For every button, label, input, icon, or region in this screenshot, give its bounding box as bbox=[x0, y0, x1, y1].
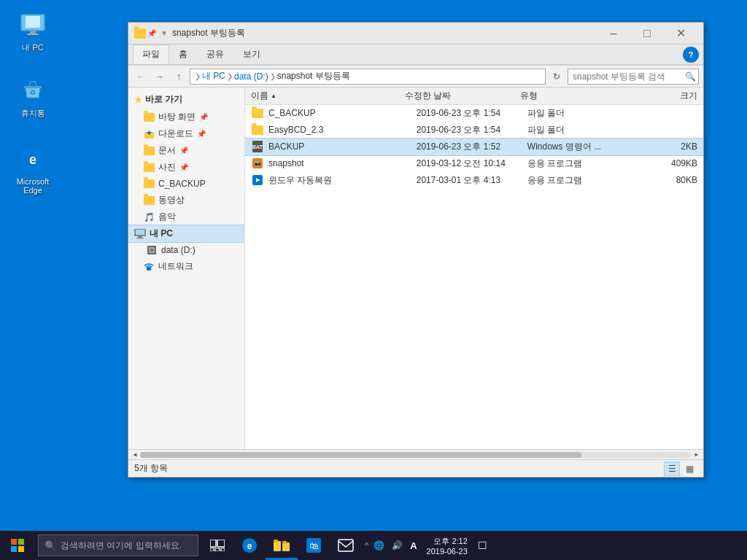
svg-rect-4 bbox=[24, 86, 42, 88]
sidebar-item-desktop[interactable]: 바탕 화면 📌 bbox=[128, 109, 244, 125]
file-row-3[interactable]: 📷 snapshot 2019-03-12 오전 10:14 응용 프로그램 4… bbox=[245, 155, 703, 172]
breadcrumb[interactable]: ❯ 내 PC ❯ data (D:) ❯ snapshot 부팅등록 bbox=[190, 69, 546, 85]
nav-forward-button[interactable]: → bbox=[152, 69, 168, 85]
tab-view[interactable]: 보기 bbox=[233, 44, 270, 64]
refresh-button[interactable]: ↻ bbox=[549, 69, 565, 85]
pin-icon-photos: 📌 bbox=[179, 163, 188, 171]
folder-icon bbox=[143, 112, 155, 123]
svg-text:♻: ♻ bbox=[30, 89, 36, 96]
search-icon: 🔍 bbox=[685, 71, 696, 82]
file-row-4[interactable]: ▶ 윈도우 자동복원 2017-03-01 오후 4:13 응용 프로그램 80… bbox=[245, 172, 703, 189]
tab-home[interactable]: 홈 bbox=[169, 44, 197, 64]
col-header-name[interactable]: 이름 ▲ bbox=[251, 90, 405, 102]
sidebar-item-mypc[interactable]: 내 PC bbox=[128, 225, 244, 242]
col-header-size[interactable]: 크기 bbox=[636, 90, 697, 102]
sidebar-item-music[interactable]: 🎵 음악 bbox=[128, 209, 244, 225]
tab-share[interactable]: 공유 bbox=[197, 44, 233, 64]
recycle-label: 휴지통 bbox=[21, 108, 45, 119]
taskbar: 🔍 검색하려면 여기에 입력하세요. e 🛍 bbox=[0, 531, 747, 560]
view-details-button[interactable]: ☰ bbox=[664, 462, 680, 476]
svg-rect-27 bbox=[215, 548, 220, 551]
svg-rect-14 bbox=[136, 238, 144, 239]
sidebar-item-docs[interactable]: 문서 📌 bbox=[128, 142, 244, 159]
nav-back-button[interactable]: ← bbox=[133, 69, 149, 85]
minimize-button[interactable]: – bbox=[597, 23, 630, 44]
sidebar-item-cbackup[interactable]: C_BACKUP bbox=[128, 176, 244, 192]
desktop-icon-recycle[interactable]: ♻ 휴지통 bbox=[7, 73, 58, 122]
taskbar-explorer-button[interactable] bbox=[266, 531, 298, 560]
file-row-1[interactable]: EasyBCD_2.3 2019-06-23 오후 1:54 파일 폴더 bbox=[245, 122, 703, 139]
file-date-4: 2017-03-01 오후 4:13 bbox=[417, 174, 527, 187]
nav-up-button[interactable]: ↑ bbox=[171, 69, 187, 85]
start-button[interactable] bbox=[0, 531, 35, 560]
file-row-2[interactable]: BAT BACKUP 2019-06-23 오후 1:52 Windows 명령… bbox=[245, 139, 703, 155]
help-button[interactable]: ? bbox=[683, 47, 699, 63]
title-pin-btn[interactable]: 📌 bbox=[147, 29, 156, 37]
clock-date: 2019-06-23 bbox=[427, 547, 468, 556]
desktop-icon-mypc[interactable]: 내 PC bbox=[7, 7, 58, 56]
search-input[interactable] bbox=[573, 71, 682, 82]
hscroll-area[interactable]: ◄ ► bbox=[128, 449, 703, 459]
svg-rect-28 bbox=[221, 548, 225, 551]
view-tiles-button[interactable]: ▦ bbox=[681, 462, 697, 476]
svg-rect-31 bbox=[274, 541, 281, 551]
file-type-0: 파일 폴더 bbox=[527, 107, 638, 120]
sidebar-item-drive[interactable]: data (D:) bbox=[128, 242, 244, 258]
sidebar-item-photos[interactable]: 사진 📌 bbox=[128, 159, 244, 176]
tray-volume-icon[interactable]: 🔊 bbox=[390, 539, 405, 552]
hscroll-thumb[interactable] bbox=[140, 452, 581, 458]
folder-icon-dl bbox=[143, 128, 155, 140]
svg-rect-32 bbox=[274, 540, 278, 542]
title-folder-icon bbox=[134, 28, 146, 39]
hscroll-left[interactable]: ◄ bbox=[130, 450, 140, 460]
folder-icon-photos bbox=[143, 162, 155, 174]
file-size-2: 2KB bbox=[638, 141, 697, 152]
edge-label: Microsoft Edge bbox=[10, 177, 55, 195]
taskbar-store-button[interactable]: 🛍 bbox=[298, 531, 330, 560]
taskbar-edge-button[interactable]: e bbox=[233, 531, 266, 560]
drive-sidebar-icon bbox=[146, 244, 158, 256]
mypc-sidebar-icon bbox=[134, 228, 146, 240]
desktop-icon-edge[interactable]: e Microsoft Edge bbox=[7, 142, 58, 198]
sidebar-item-network[interactable]: 네트워크 bbox=[128, 258, 244, 275]
sidebar-item-videos[interactable]: 동영상 bbox=[128, 192, 244, 209]
breadcrumb-drive[interactable]: data (D:) bbox=[234, 71, 268, 82]
file-row-0[interactable]: C_BACKUP 2019-06-23 오후 1:54 파일 폴더 bbox=[245, 105, 703, 122]
sidebar-item-downloads[interactable]: 다운로드 📌 bbox=[128, 125, 244, 142]
svg-rect-12 bbox=[136, 230, 144, 235]
file-type-3: 응용 프로그램 bbox=[527, 158, 638, 170]
file-type-4: 응용 프로그램 bbox=[527, 174, 638, 187]
taskbar-search-box[interactable]: 🔍 검색하려면 여기에 입력하세요. bbox=[38, 534, 198, 556]
breadcrumb-arrow-0: ❯ bbox=[195, 72, 201, 80]
tray-show-hidden[interactable]: ^ bbox=[365, 541, 368, 550]
col-header-date[interactable]: 수정한 날짜 bbox=[405, 90, 520, 102]
taskbar-mail-button[interactable] bbox=[330, 531, 362, 560]
maximize-button[interactable]: □ bbox=[630, 23, 664, 44]
notification-button[interactable]: ☐ bbox=[472, 531, 494, 560]
col-header-type[interactable]: 유형 bbox=[520, 90, 635, 102]
title-dropdown-btn[interactable]: ▼ bbox=[160, 29, 168, 37]
hscroll-right[interactable]: ► bbox=[692, 450, 702, 460]
taskbar-search-icon: 🔍 bbox=[44, 540, 56, 551]
svg-rect-2 bbox=[30, 31, 36, 34]
tab-file[interactable]: 파일 bbox=[133, 44, 169, 64]
tray-network-icon[interactable]: 🌐 bbox=[371, 539, 387, 552]
svg-rect-26 bbox=[210, 548, 214, 551]
svg-point-18 bbox=[151, 249, 152, 250]
taskbar-clock[interactable]: 오후 2:12 2019-06-23 bbox=[422, 531, 472, 560]
file-list-header: 이름 ▲ 수정한 날짜 유형 크기 bbox=[245, 88, 703, 105]
svg-rect-23 bbox=[18, 546, 24, 552]
svg-rect-37 bbox=[338, 540, 353, 551]
svg-rect-24 bbox=[210, 540, 216, 547]
breadcrumb-current: snapshot 부팅등록 bbox=[277, 70, 350, 82]
hscroll-track[interactable] bbox=[140, 452, 692, 458]
view-buttons: ☰ ▦ bbox=[664, 462, 697, 476]
close-button[interactable]: ✕ bbox=[664, 23, 697, 44]
search-box[interactable]: 🔍 bbox=[568, 69, 699, 85]
music-icon: 🎵 bbox=[143, 211, 155, 223]
tray-language-btn[interactable]: A bbox=[408, 539, 419, 553]
breadcrumb-mypc[interactable]: 내 PC bbox=[202, 70, 225, 82]
taskbar-taskview-button[interactable] bbox=[201, 531, 233, 560]
svg-rect-22 bbox=[11, 546, 17, 552]
network-sidebar-icon bbox=[143, 261, 155, 273]
